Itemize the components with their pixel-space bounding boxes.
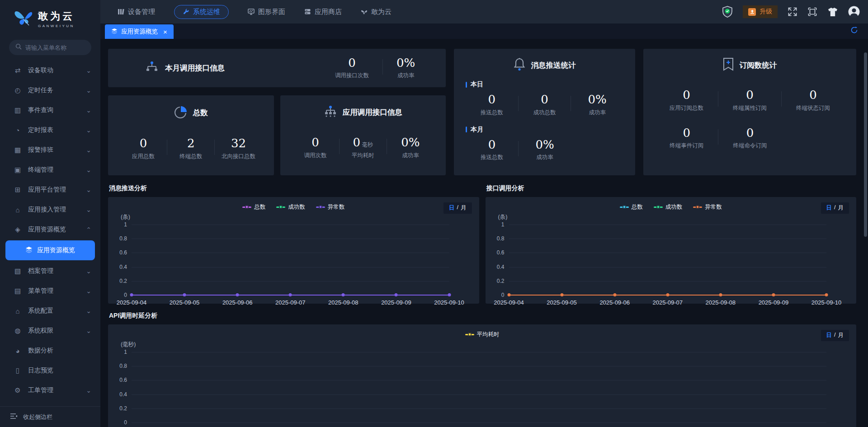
tab-app-resource-overview[interactable]: 应用资源概览 ×	[105, 24, 174, 39]
search-input[interactable]	[25, 44, 84, 51]
sidebar-item-app-platform-management[interactable]: ⊞ 应用平台管理 ⌄	[0, 180, 100, 200]
sidebar-subitem-app-resource-overview-active[interactable]: 应用资源概览	[5, 240, 95, 260]
data-point[interactable]	[560, 293, 563, 296]
stat-avg-latency: 0毫秒 平均耗时	[340, 136, 387, 160]
data-point[interactable]	[183, 293, 186, 296]
data-point[interactable]	[395, 293, 398, 296]
collapse-sidebar-label: 收起侧边栏	[23, 413, 52, 421]
stat-terminal-state-subscriptions: 0 终端状态订阅	[782, 89, 844, 112]
theme-skin-icon[interactable]	[827, 7, 838, 17]
data-point[interactable]	[825, 293, 828, 296]
upgrade-button[interactable]: 升级	[743, 5, 778, 18]
stat-value: 0	[655, 89, 718, 102]
topnav-app-store[interactable]: 应用商店	[304, 8, 342, 16]
data-point[interactable]	[666, 293, 669, 296]
sidebar-item-alarm-shift[interactable]: ▦ 报警排班 ⌄	[0, 140, 100, 160]
sidebar-item-archive-management[interactable]: ▧ 档案管理 ⌄	[0, 261, 100, 281]
security-shield-icon[interactable]	[722, 6, 733, 18]
sidebar-item-device-linkage[interactable]: ⇄ 设备联动 ⌄	[0, 61, 100, 80]
card-app-api: 应用调用接口信息 0 调用次数 0毫秒 平均耗时	[280, 95, 446, 175]
sidebar-item-event-query[interactable]: ▥ 事件查询 ⌄	[0, 100, 100, 120]
x-tick: 2025-09-05	[547, 299, 577, 306]
card-title: 本月调用接口信息	[165, 63, 225, 73]
capture-frame-icon[interactable]	[807, 7, 817, 17]
chevron-down-icon: ⌄	[86, 206, 91, 213]
toggle-day[interactable]: 日	[826, 204, 832, 212]
day-month-toggle[interactable]: 日 / 月	[821, 202, 849, 214]
tabbar: 应用资源概览 ×	[100, 23, 868, 39]
sidebar-item-scheduled-tasks[interactable]: ◴ 定时任务 ⌄	[0, 80, 100, 100]
legend-avg-latency[interactable]: 平均耗时	[465, 331, 500, 338]
data-point[interactable]	[448, 293, 451, 296]
sidebar-item-label: 应用资源概览	[28, 225, 86, 234]
gridline	[132, 408, 826, 409]
stat-value: 0%	[396, 56, 415, 70]
topnav-graphic-ui[interactable]: 图形界面	[248, 8, 285, 16]
toggle-day[interactable]: 日	[826, 332, 832, 339]
sidebar-item-menu-management[interactable]: ▤ 菜单管理 ⌄	[0, 281, 100, 301]
legend-label: 总数	[632, 203, 643, 211]
data-point[interactable]	[236, 293, 239, 296]
legend-total[interactable]: 总数	[620, 203, 643, 211]
toggle-month[interactable]: 月	[838, 204, 844, 212]
vertical-scrollbar[interactable]	[864, 52, 867, 237]
sidebar-item-system-config[interactable]: ⌂ 系统配置 ⌄	[0, 301, 100, 321]
topnav-label: 设备管理	[128, 8, 155, 16]
sidebar-item-label: 应用平台管理	[28, 186, 86, 194]
y-tick: 0.2	[119, 278, 127, 284]
series-line-zero	[132, 225, 449, 295]
gridline	[132, 366, 826, 366]
dashboard-content: 本月调用接口信息 0 调用接口次数 0% 成功率	[100, 39, 868, 427]
chevron-down-icon: ⌄	[86, 107, 91, 114]
sidebar-item-app-resource-overview[interactable]: ◈ 应用资源概览 ⌃	[0, 220, 100, 239]
sidebar-item-app-access-management[interactable]: ⌂ 应用接入管理 ⌄	[0, 200, 100, 220]
sidebar-item-terminal-management[interactable]: ▣ 终端管理 ⌄	[0, 160, 100, 180]
data-point[interactable]	[772, 293, 775, 296]
collapse-sidebar-button[interactable]: 收起侧边栏	[0, 406, 100, 427]
x-tick: 2025-09-10	[434, 299, 464, 306]
stat-label: 终端总数	[167, 153, 214, 160]
legend-success[interactable]: 成功数	[654, 203, 683, 211]
data-point[interactable]	[507, 293, 510, 296]
toggle-day[interactable]: 日	[449, 204, 455, 212]
sidebar-item-work-order-management[interactable]: ⚙ 工单管理 ⌄	[0, 380, 100, 400]
legend-error[interactable]: 异常数	[693, 203, 722, 211]
toggle-month[interactable]: 月	[461, 204, 467, 212]
menu-search[interactable]	[9, 40, 91, 55]
refresh-icon[interactable]	[850, 26, 858, 36]
legend-success[interactable]: 成功数	[276, 203, 305, 211]
sidebar-item-data-analysis[interactable]: ◕ 数据分析	[0, 341, 100, 361]
legend-error[interactable]: 异常数	[316, 203, 345, 211]
data-point[interactable]	[342, 293, 345, 296]
topnav-system-ops[interactable]: 系统运维	[174, 5, 229, 19]
legend-total[interactable]: 总数	[242, 203, 265, 211]
toggle-month[interactable]: 月	[838, 332, 844, 339]
card-subscription-statistics: 订阅数统计 0 应用订阅总数 0 终端属性订阅	[643, 49, 856, 175]
sidebar-nav: ⇄ 设备联动 ⌄ ◴ 定时任务 ⌄ ▥ 事件查询 ⌄ ◔ 定时报表 ⌄ ▦ 报警	[0, 61, 100, 406]
data-point[interactable]	[719, 293, 722, 296]
alarm-shift-icon: ▦	[14, 146, 22, 154]
topnav-device-management[interactable]: 设备管理	[118, 8, 155, 16]
day-month-toggle[interactable]: 日 / 月	[821, 330, 849, 341]
day-month-toggle[interactable]: 日 / 月	[443, 202, 472, 214]
stat-value: 0	[120, 137, 167, 150]
sidebar-item-log-preview[interactable]: ▯ 日志预览	[0, 361, 100, 380]
data-point[interactable]	[289, 293, 292, 296]
sidebar-item-scheduled-reports[interactable]: ◔ 定时报表 ⌄	[0, 120, 100, 140]
stat-label: 北向接口总数	[215, 153, 262, 160]
legend-marker	[316, 206, 325, 208]
scheduled-reports-icon: ◔	[14, 127, 22, 134]
sidebar-item-system-permissions[interactable]: ◍ 系统权限 ⌄	[0, 321, 100, 341]
fullscreen-icon[interactable]	[788, 7, 797, 17]
legend-label: 成功数	[288, 203, 305, 211]
x-tick: 2025-09-04	[494, 299, 524, 306]
x-tick: 2025-09-06	[222, 299, 253, 306]
user-avatar[interactable]	[848, 6, 860, 18]
data-point[interactable]	[613, 293, 616, 296]
sidebar-item-label: 系统配置	[28, 307, 86, 315]
topnav-ganweiyun[interactable]: 敢为云	[361, 8, 392, 16]
pie-chart-icon	[174, 105, 188, 121]
stat-label: 应用总数	[120, 153, 167, 160]
data-point[interactable]	[130, 293, 133, 296]
close-icon[interactable]: ×	[163, 28, 167, 36]
